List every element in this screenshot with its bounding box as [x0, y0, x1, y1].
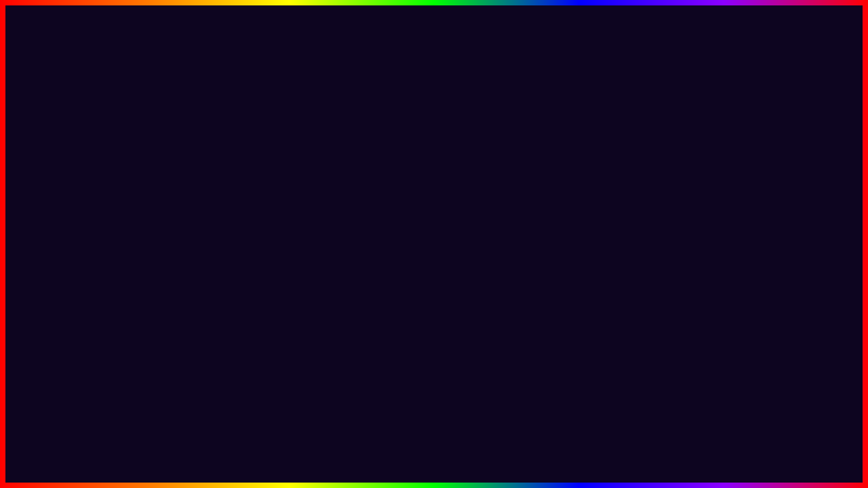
chevron-down-icon: ▾	[622, 281, 626, 290]
thumbnail-inner: GRAND PIECE	[728, 331, 832, 432]
gpo-desc-dropped: Note: Player Dropped Fruits Only (Good F…	[201, 302, 355, 320]
person-icon: ☺	[125, 221, 132, 228]
gpo-desc-autowalk: Auto Walk is Risky!, Use TinyTask to wal…	[201, 268, 355, 286]
gpo-sidebar-credits[interactable]: @ Credits	[118, 255, 192, 272]
gpo-panel: GPO - DevilFruit Notifier Devil Fruit ES…	[117, 152, 364, 333]
auto-farm-text: AUTO FARM	[27, 403, 380, 470]
cfa-sidebar-auto-stats[interactable]: Auto Stats	[490, 195, 550, 216]
cfa-content: Level Farm Level Farm Method - Sword ‹	[551, 171, 751, 239]
bolt-icon: ⚡	[125, 199, 133, 207]
cfa-sidebar-farm[interactable]: Farm	[490, 175, 550, 195]
at-icon: @	[125, 260, 132, 268]
gpo-panel-header: GPO - DevilFruit Notifier	[118, 154, 363, 173]
cfa-panel-body: Farm Auto Stats Misc Level Farm Level Fa…	[490, 171, 751, 239]
chevron-down-icon: ▾	[622, 354, 626, 363]
gpo-toggle-autowalk[interactable]	[336, 258, 355, 267]
thumbnail-label: GRAND PIECE	[762, 408, 797, 428]
gpo-sidebar-islands[interactable]: ✦ Islands	[118, 237, 192, 255]
cfa-panel: CFA Hub :: Grand Piece Online Farm Auto …	[488, 155, 753, 241]
bottom-title: AUTO FARM SCRIPT PASTEBIN	[27, 402, 833, 471]
checkbox-auto-punch-icon[interactable]: ✓	[472, 371, 480, 379]
cfa-sidebar: Farm Auto Stats Misc	[490, 171, 551, 239]
gpo-sidebar-local-player[interactable]: ☺ Local Player | RISK	[118, 211, 192, 237]
cfa-level-farm: Level Farm	[561, 180, 741, 190]
map-icon: ✦	[125, 243, 130, 250]
dropdown-extra-npcs[interactable]: Extra NPCs(Checks for another npc)) ▾	[469, 314, 632, 330]
gpo-option-autowalk: Auto Walk Around Colosseum (2nd Sea)	[201, 258, 355, 267]
chevron-left-icon[interactable]: ‹	[738, 197, 741, 208]
chevron-down-icon: ▾	[622, 318, 626, 327]
gpo-option-spawned: Devil Fruit ESP (Spawned)	[201, 193, 355, 203]
gpo-sidebar-misc[interactable]: ⚡ Misc	[118, 194, 192, 211]
cfa-panel-header: CFA Hub :: Grand Piece Online	[490, 156, 751, 171]
gpo-webhook-input[interactable]: {Put Discord Webhook Here}	[201, 227, 355, 240]
svg-point-4	[777, 365, 783, 371]
cfa-sidebar-misc[interactable]: Misc	[490, 216, 550, 236]
chevron-down-icon: ▾	[622, 336, 626, 345]
cfa-toggle-level-farm[interactable]	[719, 180, 741, 190]
dropdown-none[interactable]: [ None ] ▾	[469, 296, 632, 312]
thumbnail: GRAND PIECE	[726, 329, 834, 434]
dropdown-melee[interactable]: [ Melee ] ▾	[469, 351, 632, 367]
gpo-desc-spawned: Spawned fruits are only visible if you a…	[201, 204, 355, 222]
autofarm-panel: Cheats Buggy Cheats World Autofarms Note…	[463, 249, 638, 400]
main-title: GRAND PIECE ONLINE	[110, 10, 758, 74]
cfa-level-farm-method: Level Farm Method - Sword ‹	[561, 197, 741, 208]
active-dot-icon	[125, 182, 130, 188]
play-icon	[125, 159, 133, 168]
gpo-panel-body: Devil Fruit ESP ⚡ Misc ☺ Local Player | …	[118, 173, 363, 332]
gpo-section-title: DF ESP Options	[201, 180, 355, 188]
gpo-separator: Test Webook	[201, 245, 355, 253]
autofarm-content: [ Bandit ] ▾ [ None ] ▾ Extra NPCs(Check…	[464, 274, 637, 399]
thumbnail-character	[746, 338, 814, 399]
gpo-toggle-spawned[interactable]	[336, 193, 355, 203]
svg-point-1	[770, 341, 790, 361]
checkbox-auto-punch[interactable]: ✓ Auto Punch/Click(For Auto Farm)	[469, 369, 632, 380]
checkbox-autofarm-barrels[interactable]: Autofarm Barrels(Kinda slow beli; buggy)	[469, 382, 632, 393]
gpo-sidebar-devil-fruit-esp[interactable]: Devil Fruit ESP	[118, 176, 192, 194]
gpo-content: DF ESP Options Devil Fruit ESP (Spawned)…	[193, 173, 363, 332]
gpo-sidebar: Devil Fruit ESP ⚡ Misc ☺ Local Player | …	[118, 173, 193, 332]
gpo-panel-title: GPO - DevilFruit Notifier	[138, 158, 240, 168]
dropdown-bandit[interactable]: [ Bandit ] ▾	[469, 278, 632, 293]
chevron-down-icon: ▾	[622, 300, 626, 308]
tab-notes[interactable]: Notes	[618, 250, 652, 273]
gpo-option-dropped: Devil Fruit ESP (Dropped)	[201, 291, 355, 301]
checkbox-autofarm-barrels-icon[interactable]	[472, 384, 480, 392]
gpo-toggle-dropped[interactable]	[336, 291, 355, 301]
fruit-checker-label: FRUIT CHECKER	[461, 236, 599, 262]
dropdown-auto-quest[interactable]: Auto Quest(Near You; Use No Fall Damage)…	[469, 333, 632, 348]
